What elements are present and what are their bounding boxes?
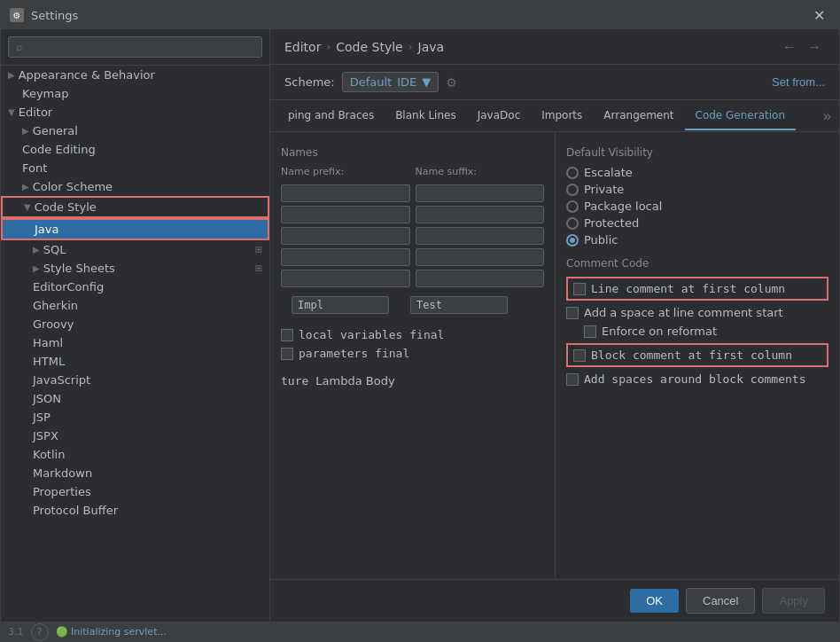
chevron-icon: ▼	[24, 202, 31, 212]
tabs-overflow-icon[interactable]: »	[822, 106, 832, 125]
sidebar-item-keymap[interactable]: Keymap	[1, 84, 269, 103]
chevron-icon: ▶	[8, 70, 15, 80]
suffix-input-4[interactable]	[416, 248, 545, 266]
app-icon: ⚙	[10, 8, 24, 22]
right-settings-panel: Default Visibility Escalate Private	[556, 132, 839, 579]
scheme-dropdown[interactable]: Default IDE ▼	[342, 72, 439, 92]
sidebar-item-markdown[interactable]: Markdown	[1, 464, 269, 482]
left-settings-panel: Names Name prefix: Name suffix:	[270, 132, 556, 579]
radio-protected[interactable]: Protected	[566, 216, 828, 230]
breadcrumb-sep2: ›	[408, 41, 413, 53]
tab-code-generation[interactable]: Code Generation	[685, 102, 796, 130]
chevron-icon: ▶	[22, 182, 29, 192]
sidebar-item-javascript[interactable]: JavaScript	[1, 371, 269, 389]
sidebar-item-editor[interactable]: ▼ Editor	[1, 103, 269, 121]
right-panel: Editor › Code Style › Java ← → Scheme: D…	[270, 29, 839, 622]
status-version: 3.1	[8, 626, 24, 638]
tab-wrapping[interactable]: ping and Braces	[277, 102, 385, 130]
tab-javadoc[interactable]: JavaDoc	[467, 102, 532, 130]
prefix-input-2[interactable]	[281, 206, 410, 223]
status-bar: 3.1 ? 🟢 Initializing servlet...	[1, 622, 839, 641]
radio-dot	[566, 200, 579, 213]
sidebar-item-groovy[interactable]: Groovy	[1, 315, 269, 333]
tabs-bar: ping and Braces Blank Lines JavaDoc Impo…	[270, 100, 839, 132]
sidebar-item-editorconfig[interactable]: EditorConfig	[1, 278, 269, 296]
sidebar-item-properties[interactable]: Properties	[1, 482, 269, 501]
visibility-title: Default Visibility	[566, 146, 828, 159]
sidebar-item-jspx[interactable]: JSPX	[1, 427, 269, 445]
radio-public[interactable]: Public	[566, 233, 828, 247]
sidebar: ▶ Appearance & Behavior Keymap ▼ Editor …	[1, 29, 270, 622]
impl-input[interactable]	[292, 296, 389, 314]
title-bar: ⚙ Settings ✕	[1, 1, 839, 29]
chevron-icon: ▼	[8, 107, 15, 117]
checkbox-icon	[566, 373, 579, 386]
sidebar-item-java[interactable]: Java	[1, 218, 269, 240]
block-comment-checkbox	[573, 349, 586, 362]
sidebar-item-style-sheets[interactable]: ▶ Style Sheets ⊞	[1, 259, 269, 278]
radio-dot-selected	[566, 234, 579, 247]
sidebar-item-html[interactable]: HTML	[1, 352, 269, 371]
set-from-button[interactable]: Set from...	[772, 75, 825, 89]
test-input[interactable]	[410, 296, 508, 314]
apply-button[interactable]: Apply	[762, 588, 825, 614]
breadcrumb-editor: Editor	[284, 40, 321, 54]
footer: OK Cancel Apply	[270, 579, 839, 622]
sidebar-item-json[interactable]: JSON	[1, 389, 269, 408]
sidebar-item-code-editing[interactable]: Code Editing	[1, 140, 269, 159]
sidebar-item-gherkin[interactable]: Gherkin	[1, 296, 269, 315]
lambda-body-label: Lambda Body	[315, 374, 394, 388]
tab-blank-lines[interactable]: Blank Lines	[385, 102, 467, 130]
suffix-input-1[interactable]	[416, 184, 545, 202]
prefix-input-5[interactable]	[281, 270, 410, 287]
enforce-reformat-row[interactable]: Enforce on reformat	[566, 325, 828, 338]
sidebar-item-sql[interactable]: ▶ SQL ⊞	[1, 240, 269, 259]
suffix-input-5[interactable]	[416, 270, 545, 287]
radio-private[interactable]: Private	[566, 183, 828, 196]
sidebar-item-protocol-buffer[interactable]: Protocol Buffer	[1, 501, 269, 520]
sidebar-item-appearance[interactable]: ▶ Appearance & Behavior	[1, 66, 269, 84]
ok-button[interactable]: OK	[630, 589, 679, 613]
suffix-input-3[interactable]	[416, 227, 545, 245]
tab-imports[interactable]: Imports	[531, 102, 593, 130]
chevron-icon: ▶	[33, 245, 40, 254]
sidebar-item-font[interactable]: Font	[1, 159, 269, 177]
help-button[interactable]: ?	[31, 623, 49, 641]
prefix-input-3[interactable]	[281, 227, 410, 245]
back-button[interactable]: ←	[779, 37, 800, 57]
block-comment-row[interactable]: Block comment at first column	[566, 343, 828, 367]
scheme-value: Default	[350, 75, 393, 89]
close-button[interactable]: ✕	[808, 5, 830, 26]
space-line-comment-row[interactable]: Add a space at line comment start	[566, 306, 828, 319]
local-vars-final-checkbox[interactable]: local variables final	[281, 328, 544, 341]
prefix-input-4[interactable]	[281, 248, 410, 266]
chevron-icon: ▶	[33, 263, 40, 273]
breadcrumb: Editor › Code Style › Java	[284, 40, 444, 54]
names-section-title: Names	[281, 146, 544, 159]
sidebar-item-color-scheme[interactable]: ▶ Color Scheme	[1, 177, 269, 196]
sidebar-item-code-style[interactable]: ▼ Code Style	[1, 196, 269, 218]
forward-button[interactable]: →	[804, 37, 825, 57]
prefix-input-1[interactable]	[281, 184, 410, 202]
checkbox-icon	[281, 348, 293, 360]
radio-escalate[interactable]: Escalate	[566, 166, 828, 179]
radio-package-local[interactable]: Package local	[566, 200, 828, 213]
params-final-checkbox[interactable]: parameters final	[281, 347, 544, 360]
block-comment-spaces-row[interactable]: Add spaces around block comments	[566, 372, 828, 386]
tab-arrangement[interactable]: Arrangement	[593, 102, 684, 130]
breadcrumb-code-style: Code Style	[336, 40, 402, 54]
radio-dot	[566, 184, 579, 196]
comment-title: Comment Code	[566, 257, 828, 270]
checkbox-icon	[566, 307, 579, 319]
sidebar-item-haml[interactable]: Haml	[1, 333, 269, 352]
gear-icon[interactable]: ⚙	[446, 75, 457, 90]
search-input[interactable]	[8, 36, 262, 58]
cancel-button[interactable]: Cancel	[686, 588, 755, 614]
checkbox-icon	[584, 325, 596, 338]
suffix-input-2[interactable]	[416, 206, 545, 223]
sidebar-item-kotlin[interactable]: Kotlin	[1, 445, 269, 464]
line-comment-row[interactable]: Line comment at first column	[566, 277, 828, 301]
sidebar-item-jsp[interactable]: JSP	[1, 408, 269, 427]
sidebar-item-general[interactable]: ▶ General	[1, 121, 269, 140]
scheme-label: Scheme:	[284, 75, 335, 89]
